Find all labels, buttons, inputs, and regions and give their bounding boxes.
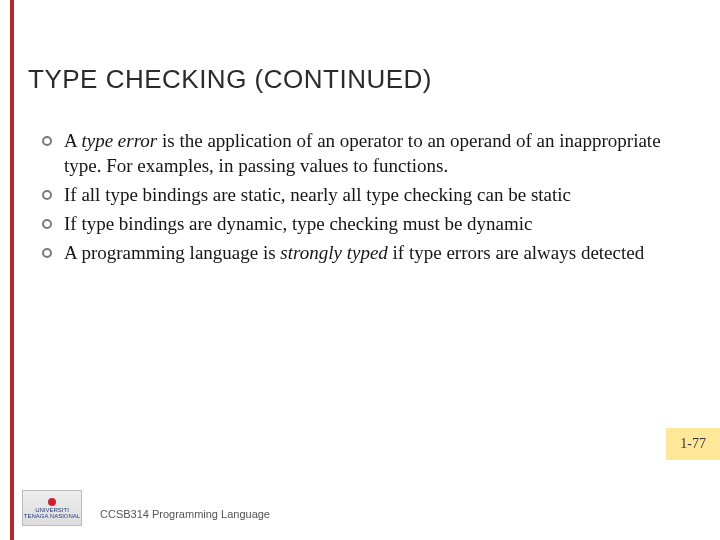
list-item: A programming language is strongly typed… xyxy=(42,240,682,265)
list-item: If type bindings are dynamic, type check… xyxy=(42,211,682,236)
bullet-text: A type error is the application of an op… xyxy=(64,128,682,178)
slide-title: TYPE CHECKING (CONTINUED) xyxy=(28,64,432,95)
list-item: If all type bindings are static, nearly … xyxy=(42,182,682,207)
bullet-icon xyxy=(42,190,52,200)
logo-dot-icon xyxy=(48,498,56,506)
footer-course: CCSB314 Programming Language xyxy=(100,508,270,520)
bullet-text: If type bindings are dynamic, type check… xyxy=(64,211,682,236)
footer: UNIVERSITI TENAGA NASIONAL CCSB314 Progr… xyxy=(0,484,720,540)
list-item: A type error is the application of an op… xyxy=(42,128,682,178)
bullet-text: If all type bindings are static, nearly … xyxy=(64,182,682,207)
university-logo: UNIVERSITI TENAGA NASIONAL xyxy=(22,490,82,526)
logo-text: UNIVERSITI TENAGA NASIONAL xyxy=(23,498,81,519)
bullet-icon xyxy=(42,136,52,146)
bullet-text: A programming language is strongly typed… xyxy=(64,240,682,265)
bullet-icon xyxy=(42,248,52,258)
bullet-icon xyxy=(42,219,52,229)
bullet-list: A type error is the application of an op… xyxy=(42,128,682,269)
accent-bar xyxy=(10,0,14,540)
page-number-badge: 1-77 xyxy=(666,428,720,460)
